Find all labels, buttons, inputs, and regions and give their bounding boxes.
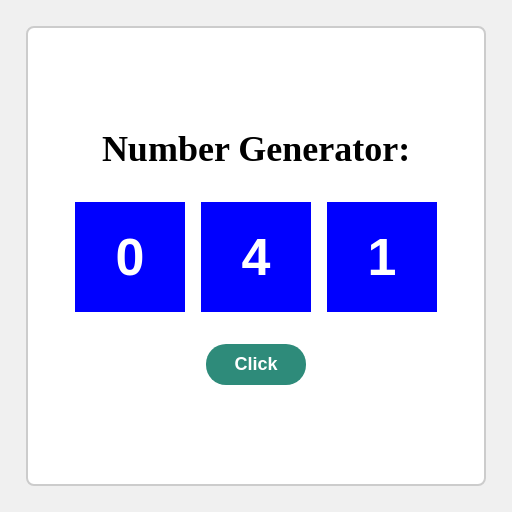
number-value-2: 1 (368, 227, 397, 287)
page-title: Number Generator: (102, 128, 410, 170)
number-value-1: 4 (242, 227, 271, 287)
number-box-1: 4 (201, 202, 311, 312)
click-button[interactable]: Click (206, 344, 305, 385)
number-box-0: 0 (75, 202, 185, 312)
number-boxes-container: 0 4 1 (75, 202, 437, 312)
number-box-2: 1 (327, 202, 437, 312)
number-value-0: 0 (116, 227, 145, 287)
main-card: Number Generator: 0 4 1 Click (26, 26, 486, 486)
